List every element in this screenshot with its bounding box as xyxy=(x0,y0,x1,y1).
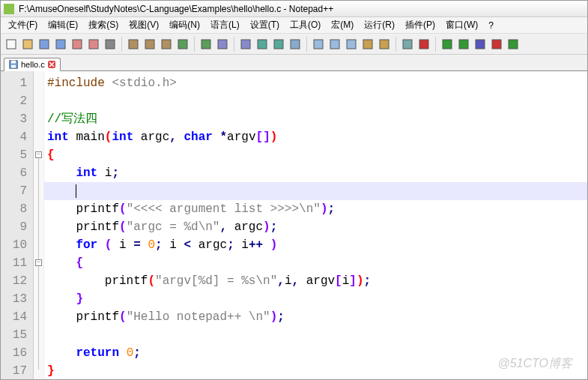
replace-icon[interactable] xyxy=(238,37,253,52)
menu-item[interactable]: 窗口(W) xyxy=(441,17,482,33)
menu-item[interactable]: 工具(O) xyxy=(285,17,325,33)
toolbar xyxy=(1,34,587,55)
code-line[interactable]: printf("<<<< argument list >>>>\n"); xyxy=(47,200,587,218)
menu-item[interactable]: 编码(N) xyxy=(165,17,204,33)
title-bar: F:\AmuseOneself\StudyNotes\C-Language\Ex… xyxy=(1,1,587,17)
record-icon[interactable] xyxy=(416,37,431,52)
code-line[interactable]: int i; xyxy=(47,164,587,182)
menu-item[interactable]: 语言(L) xyxy=(206,17,244,33)
code-line[interactable]: } xyxy=(47,290,587,308)
code-line[interactable]: printf("Hello notepad++ \n"); xyxy=(47,308,587,326)
svg-rect-0 xyxy=(7,40,16,49)
stop-icon[interactable] xyxy=(473,37,488,52)
lang-icon[interactable] xyxy=(360,37,375,52)
print-icon[interactable] xyxy=(103,37,118,52)
code-line[interactable]: for ( i = 0; i < argc; i++ ) xyxy=(47,236,587,254)
line-number: 8 xyxy=(4,200,27,218)
svg-rect-8 xyxy=(145,40,154,49)
menu-item[interactable]: 编辑(E) xyxy=(43,17,82,33)
play-fast-icon[interactable] xyxy=(456,37,471,52)
find-icon[interactable] xyxy=(215,37,230,52)
wordwrap-icon[interactable] xyxy=(311,37,326,52)
app-icon xyxy=(4,4,14,14)
svg-rect-23 xyxy=(419,40,428,49)
run-icon[interactable] xyxy=(506,37,521,52)
indent-guide-icon[interactable] xyxy=(344,37,359,52)
svg-rect-22 xyxy=(403,40,412,49)
copy-icon[interactable] xyxy=(142,37,157,52)
svg-rect-15 xyxy=(274,40,283,49)
menu-item[interactable]: 设置(T) xyxy=(246,17,284,33)
line-number: 4 xyxy=(4,128,27,146)
code-line[interactable]: } xyxy=(47,362,587,380)
fold-column: −− xyxy=(34,71,44,379)
menu-item[interactable]: 运行(R) xyxy=(360,17,399,33)
line-number: 12 xyxy=(4,272,27,290)
close-icon[interactable] xyxy=(48,61,55,68)
menu-item[interactable]: 视图(V) xyxy=(124,17,163,33)
svg-rect-4 xyxy=(73,40,82,49)
close-icon[interactable] xyxy=(70,37,85,52)
new-icon[interactable] xyxy=(4,37,19,52)
svg-rect-25 xyxy=(459,40,468,49)
save-all-icon[interactable] xyxy=(53,37,68,52)
fold-toggle[interactable]: − xyxy=(35,151,42,158)
svg-rect-14 xyxy=(258,40,267,49)
menu-item[interactable]: 搜索(S) xyxy=(84,17,123,33)
zoom-out-icon[interactable] xyxy=(271,37,286,52)
svg-rect-6 xyxy=(106,40,115,49)
sync-icon[interactable] xyxy=(288,37,303,52)
line-number: 11 xyxy=(4,254,27,272)
paste-icon[interactable] xyxy=(159,37,174,52)
svg-rect-5 xyxy=(89,40,98,49)
close-all-icon[interactable] xyxy=(86,37,101,52)
open-icon[interactable] xyxy=(20,37,35,52)
line-number: 2 xyxy=(4,92,27,110)
code-area[interactable]: #include <stdio.h>//写法四int main(int argc… xyxy=(44,71,587,379)
code-line[interactable]: #include <stdio.h> xyxy=(47,74,587,92)
code-line[interactable] xyxy=(47,326,587,344)
line-number-gutter: 1234567891011121314151617 xyxy=(1,71,34,379)
menu-item[interactable]: 宏(M) xyxy=(327,17,358,33)
cut-icon[interactable] xyxy=(126,37,141,52)
fold-toggle[interactable]: − xyxy=(35,259,42,266)
menu-item[interactable]: 插件(P) xyxy=(401,17,440,33)
monitor-icon[interactable] xyxy=(400,37,415,52)
tab-label: hello.c xyxy=(21,60,45,69)
line-number: 13 xyxy=(4,290,27,308)
svg-rect-16 xyxy=(291,40,300,49)
svg-rect-7 xyxy=(129,40,138,49)
line-number: 6 xyxy=(4,164,27,182)
line-number: 14 xyxy=(4,308,27,326)
record2-icon[interactable] xyxy=(489,37,504,52)
menu-item[interactable]: ? xyxy=(484,19,498,32)
tab-bar: hello.c xyxy=(1,55,587,71)
code-line[interactable]: printf("argv[%d] = %s\n",i, argv[i]); xyxy=(47,272,587,290)
svg-rect-21 xyxy=(380,40,389,49)
folder-icon[interactable] xyxy=(377,37,392,52)
line-number: 16 xyxy=(4,344,27,362)
play-icon[interactable] xyxy=(440,37,455,52)
svg-rect-13 xyxy=(241,40,250,49)
allchars-icon[interactable] xyxy=(327,37,342,52)
svg-rect-17 xyxy=(314,40,323,49)
undo-icon[interactable] xyxy=(175,37,190,52)
line-number: 1 xyxy=(4,74,27,92)
code-line[interactable]: //写法四 xyxy=(47,110,587,128)
svg-rect-12 xyxy=(218,40,227,49)
code-line[interactable] xyxy=(47,92,587,110)
line-number: 10 xyxy=(4,236,27,254)
code-line[interactable]: printf("argc = %d\n", argc); xyxy=(47,218,587,236)
code-line[interactable]: { xyxy=(47,254,587,272)
save-icon[interactable] xyxy=(37,37,52,52)
zoom-in-icon[interactable] xyxy=(255,37,270,52)
code-line[interactable] xyxy=(47,182,587,200)
code-line[interactable]: int main(int argc, char *argv[]) xyxy=(47,128,587,146)
menu-item[interactable]: 文件(F) xyxy=(4,17,42,33)
code-line[interactable]: return 0; xyxy=(47,344,587,362)
svg-rect-31 xyxy=(11,65,16,68)
tab-hello-c[interactable]: hello.c xyxy=(4,58,61,71)
svg-rect-9 xyxy=(162,40,171,49)
redo-icon[interactable] xyxy=(198,37,213,52)
code-line[interactable]: { xyxy=(47,146,587,164)
